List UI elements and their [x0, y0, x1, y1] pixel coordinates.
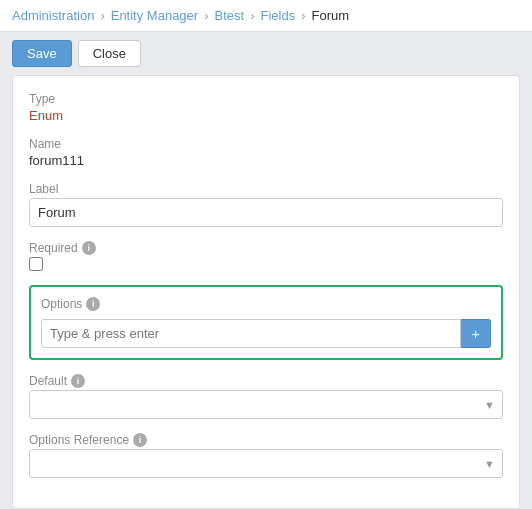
breadcrumb-administration[interactable]: Administration: [12, 8, 94, 23]
required-checkbox-wrap: [29, 257, 503, 271]
form-card: Type Enum Name forum111 Label Required i…: [12, 75, 520, 509]
breadcrumb-sep-4: ›: [301, 8, 305, 23]
type-value: Enum: [29, 108, 503, 123]
options-label: Options i: [41, 297, 491, 311]
options-reference-field-group: Options Reference i ▼: [29, 433, 503, 478]
options-input-row: +: [41, 319, 491, 348]
label-input[interactable]: [29, 198, 503, 227]
required-checkbox[interactable]: [29, 257, 43, 271]
name-label: Name: [29, 137, 503, 151]
label-label: Label: [29, 182, 503, 196]
required-info-icon: i: [82, 241, 96, 255]
options-reference-select[interactable]: [29, 449, 503, 478]
options-add-button[interactable]: +: [461, 319, 491, 348]
required-label: Required i: [29, 241, 503, 255]
default-select-wrap: ▼: [29, 390, 503, 419]
breadcrumb-forum: Forum: [312, 8, 350, 23]
options-info-icon: i: [86, 297, 100, 311]
breadcrumb-sep-2: ›: [204, 8, 208, 23]
options-input[interactable]: [41, 319, 461, 348]
name-value: forum111: [29, 153, 503, 168]
required-field-group: Required i: [29, 241, 503, 271]
default-field-group: Default i ▼: [29, 374, 503, 419]
breadcrumb-entity-manager[interactable]: Entity Manager: [111, 8, 198, 23]
name-field-group: Name forum111: [29, 137, 503, 168]
default-info-icon: i: [71, 374, 85, 388]
toolbar: Save Close: [0, 32, 532, 75]
breadcrumb-btest[interactable]: Btest: [215, 8, 245, 23]
save-button[interactable]: Save: [12, 40, 72, 67]
type-label: Type: [29, 92, 503, 106]
options-reference-label: Options Reference i: [29, 433, 503, 447]
breadcrumb-fields[interactable]: Fields: [260, 8, 295, 23]
default-label: Default i: [29, 374, 503, 388]
default-select[interactable]: [29, 390, 503, 419]
breadcrumb: Administration › Entity Manager › Btest …: [0, 0, 532, 32]
close-button[interactable]: Close: [78, 40, 141, 67]
breadcrumb-sep-3: ›: [250, 8, 254, 23]
options-section: Options i +: [29, 285, 503, 360]
type-field-group: Type Enum: [29, 92, 503, 123]
options-reference-info-icon: i: [133, 433, 147, 447]
breadcrumb-sep-1: ›: [100, 8, 104, 23]
options-reference-select-wrap: ▼: [29, 449, 503, 478]
label-field-group: Label: [29, 182, 503, 227]
